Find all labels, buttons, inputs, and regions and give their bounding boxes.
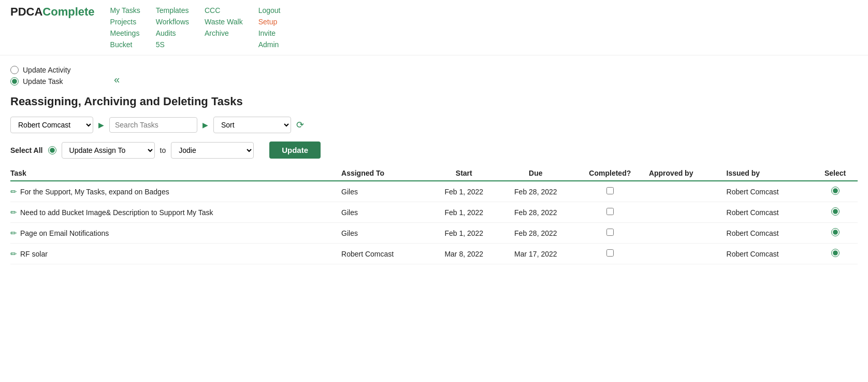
due-cell-0: Feb 28, 2022	[500, 181, 575, 202]
issued-by-cell-0: Robert Comcast	[727, 181, 817, 202]
nav-archive[interactable]: Archive	[205, 28, 243, 38]
task-name-3: RF solar	[20, 250, 48, 258]
th-approved-by: Approved by	[649, 166, 727, 181]
select-radio-3[interactable]	[831, 249, 840, 257]
due-cell-1: Feb 28, 2022	[500, 202, 575, 223]
task-table: Task Assigned To Start Due Completed? Ap…	[10, 166, 858, 264]
to-label: to	[160, 146, 166, 154]
update-activity-radio[interactable]	[10, 66, 19, 74]
start-cell-2: Feb 1, 2022	[432, 223, 500, 244]
nav-setup[interactable]: Setup	[258, 17, 281, 27]
nav-5s[interactable]: 5S	[156, 39, 189, 50]
sort-select[interactable]: Sort Due Date Start Date Task Name	[213, 117, 291, 133]
th-issued-by: Issued by	[727, 166, 817, 181]
issued-by-cell-1: Robert Comcast	[727, 202, 817, 223]
task-name-0: For the Support, My Tasks, expand on Bad…	[20, 188, 169, 196]
mode-radio-group: Update Activity Update Task «	[10, 66, 858, 86]
update-task-radio[interactable]	[10, 77, 19, 86]
update-button[interactable]: Update	[269, 142, 321, 159]
main-nav: My Tasks Templates CCC Logout Projects W…	[110, 5, 281, 50]
table-row: ✏ Need to add Bucket Image& Description …	[10, 202, 858, 223]
approved-by-cell-3	[649, 244, 727, 264]
completed-checkbox-3[interactable]	[606, 249, 614, 257]
assigned-to-cell-0: Giles	[341, 181, 432, 202]
task-name-2: Page on Email Notifications	[20, 229, 109, 237]
task-table-body: ✏ For the Support, My Tasks, expand on B…	[10, 181, 858, 264]
select-radio-1[interactable]	[831, 207, 840, 216]
logo-pdca: PDCA	[10, 5, 42, 18]
nav-projects[interactable]: Projects	[110, 17, 140, 27]
start-cell-1: Feb 1, 2022	[432, 202, 500, 223]
search-input[interactable]	[109, 117, 197, 133]
update-activity-row: Update Activity	[10, 66, 858, 74]
due-cell-2: Feb 28, 2022	[500, 223, 575, 244]
table-row: ✏ RF solar Robert Comcast Mar 8, 2022 Ma…	[10, 244, 858, 264]
completed-checkbox-2[interactable]	[606, 229, 614, 236]
top-bar: PDCAComplete My Tasks Templates CCC Logo…	[0, 0, 868, 55]
nav-my-tasks[interactable]: My Tasks	[110, 5, 140, 16]
nav-ccc[interactable]: CCC	[205, 5, 243, 16]
issued-by-cell-2: Robert Comcast	[727, 223, 817, 244]
edit-icon-1[interactable]: ✏	[10, 208, 17, 217]
task-name-cell-0: ✏ For the Support, My Tasks, expand on B…	[10, 181, 341, 202]
approved-by-cell-2	[649, 223, 727, 244]
assigned-to-cell-1: Giles	[341, 202, 432, 223]
task-name-cell-2: ✏ Page on Email Notifications	[10, 223, 341, 244]
logo-complete: Complete	[42, 5, 94, 18]
back-arrow-icon: «	[114, 74, 120, 86]
table-row: ✏ Page on Email Notifications Giles Feb …	[10, 223, 858, 244]
table-row: ✏ For the Support, My Tasks, expand on B…	[10, 181, 858, 202]
task-name-cell-3: ✏ RF solar	[10, 244, 341, 264]
refresh-button[interactable]: ⟳	[296, 119, 304, 131]
page-title: Reassigning, Archiving and Deleting Task…	[10, 95, 858, 108]
select-cell-1	[817, 202, 858, 223]
nav-waste-walk[interactable]: Waste Walk	[205, 17, 243, 27]
th-start: Start	[432, 166, 500, 181]
edit-icon-0[interactable]: ✏	[10, 187, 17, 196]
person-select[interactable]: Jodie Giles Robert Comcast	[171, 142, 254, 159]
edit-icon-2[interactable]: ✏	[10, 229, 17, 238]
main-content: Update Activity Update Task « Reassignin…	[0, 55, 868, 270]
completed-cell-0	[575, 181, 649, 202]
nav-bucket[interactable]: Bucket	[110, 39, 140, 50]
nav-meetings[interactable]: Meetings	[110, 28, 140, 38]
nav-logout[interactable]: Logout	[258, 5, 281, 16]
nav-templates[interactable]: Templates	[156, 5, 189, 16]
select-radio-0[interactable]	[831, 187, 840, 195]
search-arrow-button[interactable]: ▶	[202, 121, 208, 129]
user-select[interactable]: Robert Comcast Giles Jodie	[10, 117, 93, 133]
filter-row: Robert Comcast Giles Jodie ▶ ▶ Sort Due …	[10, 117, 858, 133]
update-activity-label[interactable]: Update Activity	[23, 66, 71, 74]
select-all-label: Select All	[10, 146, 43, 154]
due-cell-3: Mar 17, 2022	[500, 244, 575, 264]
assigned-to-cell-3: Robert Comcast	[341, 244, 432, 264]
th-select: Select	[817, 166, 858, 181]
start-cell-3: Mar 8, 2022	[432, 244, 500, 264]
th-completed: Completed?	[575, 166, 649, 181]
nav-audits[interactable]: Audits	[156, 28, 189, 38]
nav-blank: -	[205, 39, 243, 50]
approved-by-cell-0	[649, 181, 727, 202]
task-name-cell-1: ✏ Need to add Bucket Image& Description …	[10, 202, 341, 223]
nav-invite[interactable]: Invite	[258, 28, 281, 38]
start-cell-0: Feb 1, 2022	[432, 181, 500, 202]
completed-cell-1	[575, 202, 649, 223]
task-name-1: Need to add Bucket Image& Description to…	[20, 208, 213, 217]
approved-by-cell-1	[649, 202, 727, 223]
completed-checkbox-1[interactable]	[606, 208, 614, 215]
completed-cell-3	[575, 244, 649, 264]
nav-admin[interactable]: Admin	[258, 39, 281, 50]
th-due: Due	[500, 166, 575, 181]
assign-to-select[interactable]: Update Assign To Archive Delete	[62, 142, 155, 159]
edit-icon-3[interactable]: ✏	[10, 249, 17, 259]
select-all-radio[interactable]	[48, 146, 56, 154]
select-cell-3	[817, 244, 858, 264]
update-task-label[interactable]: Update Task	[23, 77, 63, 86]
completed-checkbox-0[interactable]	[606, 187, 614, 194]
select-radio-2[interactable]	[831, 228, 840, 236]
update-task-row: Update Task «	[10, 77, 858, 86]
select-cell-2	[817, 223, 858, 244]
th-assigned-to: Assigned To	[341, 166, 432, 181]
nav-workflows[interactable]: Workflows	[156, 17, 189, 27]
user-arrow-button[interactable]: ▶	[98, 121, 104, 129]
